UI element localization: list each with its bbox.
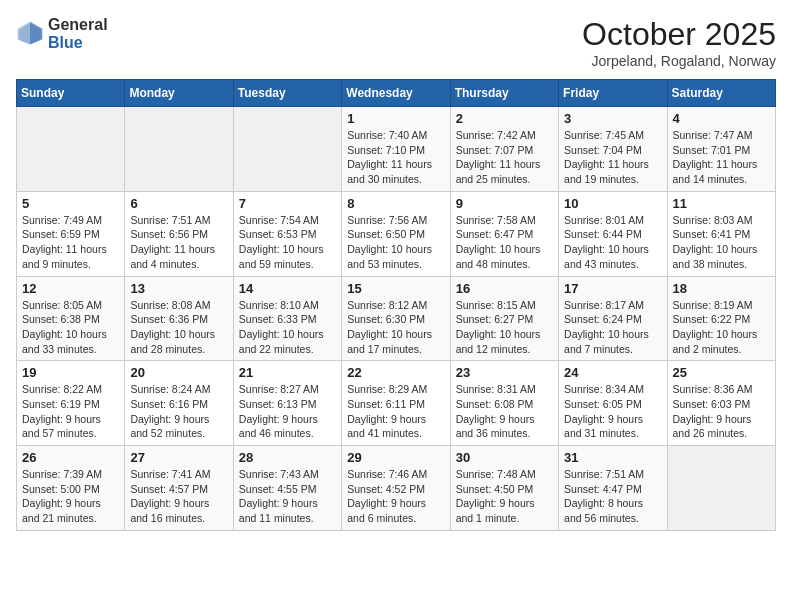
calendar-week-row: 1Sunrise: 7:40 AM Sunset: 7:10 PM Daylig… <box>17 107 776 192</box>
day-number: 11 <box>673 196 770 211</box>
logo-icon <box>16 20 44 48</box>
day-number: 20 <box>130 365 227 380</box>
day-info: Sunrise: 8:36 AM Sunset: 6:03 PM Dayligh… <box>673 382 770 441</box>
calendar-cell: 12Sunrise: 8:05 AM Sunset: 6:38 PM Dayli… <box>17 276 125 361</box>
calendar-week-row: 5Sunrise: 7:49 AM Sunset: 6:59 PM Daylig… <box>17 191 776 276</box>
calendar-cell: 3Sunrise: 7:45 AM Sunset: 7:04 PM Daylig… <box>559 107 667 192</box>
weekday-header: Sunday <box>17 80 125 107</box>
day-info: Sunrise: 8:08 AM Sunset: 6:36 PM Dayligh… <box>130 298 227 357</box>
calendar-cell: 5Sunrise: 7:49 AM Sunset: 6:59 PM Daylig… <box>17 191 125 276</box>
day-number: 26 <box>22 450 119 465</box>
calendar-cell: 13Sunrise: 8:08 AM Sunset: 6:36 PM Dayli… <box>125 276 233 361</box>
day-info: Sunrise: 8:01 AM Sunset: 6:44 PM Dayligh… <box>564 213 661 272</box>
day-number: 24 <box>564 365 661 380</box>
calendar-cell: 25Sunrise: 8:36 AM Sunset: 6:03 PM Dayli… <box>667 361 775 446</box>
day-info: Sunrise: 8:27 AM Sunset: 6:13 PM Dayligh… <box>239 382 336 441</box>
calendar-cell: 26Sunrise: 7:39 AM Sunset: 5:00 PM Dayli… <box>17 446 125 531</box>
weekday-header: Wednesday <box>342 80 450 107</box>
day-info: Sunrise: 7:51 AM Sunset: 6:56 PM Dayligh… <box>130 213 227 272</box>
day-info: Sunrise: 7:42 AM Sunset: 7:07 PM Dayligh… <box>456 128 553 187</box>
calendar-week-row: 26Sunrise: 7:39 AM Sunset: 5:00 PM Dayli… <box>17 446 776 531</box>
day-number: 31 <box>564 450 661 465</box>
weekday-header: Friday <box>559 80 667 107</box>
calendar-cell: 16Sunrise: 8:15 AM Sunset: 6:27 PM Dayli… <box>450 276 558 361</box>
weekday-header: Tuesday <box>233 80 341 107</box>
calendar-cell: 23Sunrise: 8:31 AM Sunset: 6:08 PM Dayli… <box>450 361 558 446</box>
day-number: 6 <box>130 196 227 211</box>
day-number: 2 <box>456 111 553 126</box>
day-number: 30 <box>456 450 553 465</box>
calendar-cell <box>667 446 775 531</box>
day-info: Sunrise: 7:39 AM Sunset: 5:00 PM Dayligh… <box>22 467 119 526</box>
day-number: 29 <box>347 450 444 465</box>
day-info: Sunrise: 7:51 AM Sunset: 4:47 PM Dayligh… <box>564 467 661 526</box>
day-info: Sunrise: 7:47 AM Sunset: 7:01 PM Dayligh… <box>673 128 770 187</box>
day-info: Sunrise: 7:58 AM Sunset: 6:47 PM Dayligh… <box>456 213 553 272</box>
day-number: 17 <box>564 281 661 296</box>
page-header: General Blue October 2025 Jorpeland, Rog… <box>16 16 776 69</box>
calendar-cell: 8Sunrise: 7:56 AM Sunset: 6:50 PM Daylig… <box>342 191 450 276</box>
day-number: 23 <box>456 365 553 380</box>
calendar-cell: 1Sunrise: 7:40 AM Sunset: 7:10 PM Daylig… <box>342 107 450 192</box>
day-number: 18 <box>673 281 770 296</box>
weekday-header: Thursday <box>450 80 558 107</box>
calendar-cell: 14Sunrise: 8:10 AM Sunset: 6:33 PM Dayli… <box>233 276 341 361</box>
calendar-cell: 27Sunrise: 7:41 AM Sunset: 4:57 PM Dayli… <box>125 446 233 531</box>
calendar-cell <box>233 107 341 192</box>
calendar-cell: 2Sunrise: 7:42 AM Sunset: 7:07 PM Daylig… <box>450 107 558 192</box>
logo-text: General Blue <box>48 16 108 52</box>
day-number: 22 <box>347 365 444 380</box>
calendar-cell: 31Sunrise: 7:51 AM Sunset: 4:47 PM Dayli… <box>559 446 667 531</box>
calendar-cell: 15Sunrise: 8:12 AM Sunset: 6:30 PM Dayli… <box>342 276 450 361</box>
day-number: 12 <box>22 281 119 296</box>
weekday-header: Saturday <box>667 80 775 107</box>
calendar-week-row: 12Sunrise: 8:05 AM Sunset: 6:38 PM Dayli… <box>17 276 776 361</box>
day-number: 9 <box>456 196 553 211</box>
weekday-header: Monday <box>125 80 233 107</box>
svg-marker-1 <box>30 22 42 45</box>
calendar-cell: 19Sunrise: 8:22 AM Sunset: 6:19 PM Dayli… <box>17 361 125 446</box>
day-number: 8 <box>347 196 444 211</box>
day-number: 7 <box>239 196 336 211</box>
day-info: Sunrise: 7:48 AM Sunset: 4:50 PM Dayligh… <box>456 467 553 526</box>
day-info: Sunrise: 7:54 AM Sunset: 6:53 PM Dayligh… <box>239 213 336 272</box>
day-info: Sunrise: 7:40 AM Sunset: 7:10 PM Dayligh… <box>347 128 444 187</box>
calendar-cell: 10Sunrise: 8:01 AM Sunset: 6:44 PM Dayli… <box>559 191 667 276</box>
calendar-cell <box>17 107 125 192</box>
day-number: 4 <box>673 111 770 126</box>
day-info: Sunrise: 7:49 AM Sunset: 6:59 PM Dayligh… <box>22 213 119 272</box>
svg-marker-2 <box>18 22 30 45</box>
day-info: Sunrise: 7:45 AM Sunset: 7:04 PM Dayligh… <box>564 128 661 187</box>
day-number: 10 <box>564 196 661 211</box>
calendar-cell: 29Sunrise: 7:46 AM Sunset: 4:52 PM Dayli… <box>342 446 450 531</box>
day-number: 16 <box>456 281 553 296</box>
day-number: 19 <box>22 365 119 380</box>
calendar-week-row: 19Sunrise: 8:22 AM Sunset: 6:19 PM Dayli… <box>17 361 776 446</box>
calendar-cell: 7Sunrise: 7:54 AM Sunset: 6:53 PM Daylig… <box>233 191 341 276</box>
day-info: Sunrise: 8:05 AM Sunset: 6:38 PM Dayligh… <box>22 298 119 357</box>
day-info: Sunrise: 8:29 AM Sunset: 6:11 PM Dayligh… <box>347 382 444 441</box>
calendar-header: SundayMondayTuesdayWednesdayThursdayFrid… <box>17 80 776 107</box>
day-number: 21 <box>239 365 336 380</box>
day-info: Sunrise: 8:24 AM Sunset: 6:16 PM Dayligh… <box>130 382 227 441</box>
calendar-cell: 9Sunrise: 7:58 AM Sunset: 6:47 PM Daylig… <box>450 191 558 276</box>
calendar-cell: 21Sunrise: 8:27 AM Sunset: 6:13 PM Dayli… <box>233 361 341 446</box>
calendar-cell: 6Sunrise: 7:51 AM Sunset: 6:56 PM Daylig… <box>125 191 233 276</box>
calendar-cell: 24Sunrise: 8:34 AM Sunset: 6:05 PM Dayli… <box>559 361 667 446</box>
logo: General Blue <box>16 16 108 52</box>
day-info: Sunrise: 8:22 AM Sunset: 6:19 PM Dayligh… <box>22 382 119 441</box>
calendar-cell: 18Sunrise: 8:19 AM Sunset: 6:22 PM Dayli… <box>667 276 775 361</box>
title-block: October 2025 Jorpeland, Rogaland, Norway <box>582 16 776 69</box>
day-info: Sunrise: 8:34 AM Sunset: 6:05 PM Dayligh… <box>564 382 661 441</box>
day-info: Sunrise: 7:56 AM Sunset: 6:50 PM Dayligh… <box>347 213 444 272</box>
day-info: Sunrise: 8:10 AM Sunset: 6:33 PM Dayligh… <box>239 298 336 357</box>
day-number: 14 <box>239 281 336 296</box>
day-number: 15 <box>347 281 444 296</box>
day-info: Sunrise: 8:15 AM Sunset: 6:27 PM Dayligh… <box>456 298 553 357</box>
day-number: 5 <box>22 196 119 211</box>
day-number: 3 <box>564 111 661 126</box>
day-info: Sunrise: 8:12 AM Sunset: 6:30 PM Dayligh… <box>347 298 444 357</box>
calendar-cell: 20Sunrise: 8:24 AM Sunset: 6:16 PM Dayli… <box>125 361 233 446</box>
day-number: 25 <box>673 365 770 380</box>
calendar-cell: 30Sunrise: 7:48 AM Sunset: 4:50 PM Dayli… <box>450 446 558 531</box>
